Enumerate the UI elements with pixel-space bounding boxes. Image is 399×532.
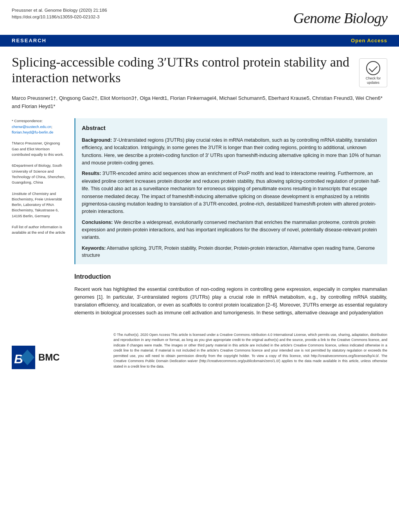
footer-legal-text: © The Author(s). 2020 Open Access This a… [113,332,387,370]
results-text: 3′UTR-encoded amino acid sequences show … [82,171,380,214]
authors: Marco Preussner1†, Qingsong Gao2†, Eliot… [12,94,387,111]
correspondence-label: * Correspondence: [12,119,43,123]
bmc-name: BMC [38,350,60,364]
page: Preussner et al. Genome Biology (2020) 2… [0,0,399,532]
email2-link[interactable]: florian.heyd@fu-berlin.de [12,130,53,134]
footer: B BMC © The Author(s). 2020 Open Access … [0,332,399,370]
email1-link[interactable]: chenw@sustech.edu.cn [12,124,51,129]
open-access-label: Open Access [351,37,387,45]
bmc-svg-icon: B [12,346,35,369]
two-col-layout: * Correspondence: chenw@sustech.edu.cn; … [12,118,387,316]
background-text: 3′-Untranslated regions (3′UTRs) play cr… [82,137,381,166]
affil1: 6Department of Biology, South University… [12,163,65,184]
conclusions-label: Conclusions: [82,220,113,225]
abstract-results: Results: 3′UTR-encoded amino acid sequen… [82,170,381,215]
check-for-updates-badge[interactable]: Check forupdates [359,58,387,87]
keywords: Keywords: Alternative splicing, 3′UTR, P… [82,245,381,259]
abstract-conclusions: Conclusions: We describe a widespread, e… [82,219,381,242]
full-list-note: Full list of author information is avail… [12,225,65,234]
check-badge-icon [366,61,380,75]
right-column: Abstract Background: 3′-Untranslated reg… [74,118,387,316]
abstract-box: Abstract Background: 3′-Untranslated reg… [74,118,387,264]
citation-text: Preussner et al. Genome Biology (2020) 2… [12,7,107,21]
main-content: Splicing-accessible coding 3′UTRs contro… [0,47,399,325]
background-label: Background: [82,137,112,143]
journal-title: Genome Biology [293,7,387,29]
abstract-background: Background: 3′-Untranslated regions (3′U… [82,137,381,167]
affil2: 1Institute of Chemistry and Biochemistry… [12,191,62,218]
results-label: Results: [82,171,101,176]
keywords-text: Alternative splicing, 3′UTR, Protein sta… [82,245,375,258]
keywords-label: Keywords: [82,245,106,251]
header: Preussner et al. Genome Biology (2020) 2… [0,0,399,32]
abstract-title: Abstract [82,124,381,133]
left-column: * Correspondence: chenw@sustech.edu.cn; … [12,118,66,316]
conclusions-text: We describe a widespread, evolutionarily… [82,220,377,240]
bmc-logo: B BMC [12,346,60,369]
introduction-text: Recent work has highlighted the essentia… [74,285,387,317]
title-area: Splicing-accessible coding 3′UTRs contro… [12,54,387,87]
research-label: RESEARCH [12,37,47,45]
note1: †Marco Preussner, Qingsong Gao and Eliot… [12,141,64,157]
article-title: Splicing-accessible coding 3′UTRs contro… [12,54,351,87]
check-for-text: Check forupdates [366,76,381,85]
research-banner: RESEARCH Open Access [0,35,399,47]
introduction-title: Introduction [74,272,387,281]
correspondence: * Correspondence: chenw@sustech.edu.cn; … [12,118,66,235]
bmc-icon: B [12,346,35,369]
